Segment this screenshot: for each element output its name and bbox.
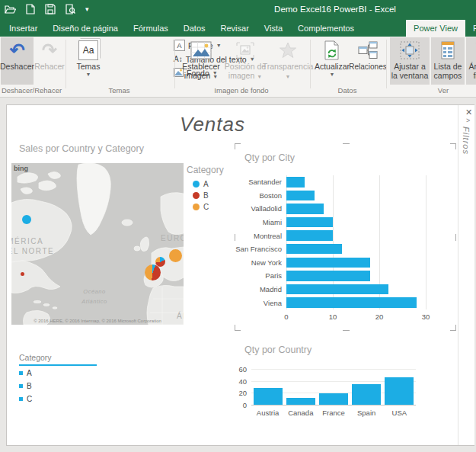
map-copyright: © 2016 HERE, © 2016 Intermap, © 2016 Mic… — [11, 319, 184, 323]
relationships-button[interactable]: Relaciones — [350, 37, 385, 85]
city-axis-label: Madrid — [235, 285, 282, 293]
city-bar-new-york[interactable] — [286, 258, 370, 268]
transparency-icon — [279, 39, 297, 62]
city-bar-row: Santander — [235, 175, 456, 189]
filters-panel: ✕ > Filtros — [458, 105, 474, 445]
undo-button[interactable]: ↶ Deshacer — [1, 37, 34, 85]
legend-item-b[interactable]: B — [187, 190, 224, 201]
city-bar-santander[interactable] — [286, 177, 305, 188]
category-cell: C — [27, 395, 32, 403]
category-bullet-icon — [19, 384, 23, 388]
category-bullet-icon — [19, 371, 23, 375]
category-row-c[interactable]: C — [19, 393, 103, 405]
map-bubble-canada[interactable] — [22, 215, 31, 224]
country-bar-canada[interactable] — [286, 398, 315, 405]
group-themes: Aa Temas ▼ A Fuente▼ A↕ Tamaño del texto… — [66, 37, 175, 96]
new-file-icon[interactable] — [26, 4, 35, 14]
bing-logo: bing — [14, 165, 28, 172]
field-list-button[interactable]: Lista de campos — [431, 37, 465, 85]
map-bubble-usa[interactable] — [21, 272, 24, 276]
legend-item-c[interactable]: C — [187, 201, 224, 213]
themes-button[interactable]: Aa Temas ▼ — [72, 37, 104, 85]
save-icon[interactable] — [45, 4, 56, 14]
ribbon-tab-complementos[interactable]: Complementos — [290, 20, 362, 37]
map-bubble-spain[interactable] — [145, 264, 161, 280]
window-title: Demo Excel16 PowerBI - Excel — [263, 5, 407, 14]
city-bar-valladolid[interactable] — [286, 204, 324, 214]
city-bar-san-francisco[interactable] — [286, 244, 342, 255]
filters-expand-chevron-icon[interactable]: > — [466, 117, 470, 124]
qat-customize-icon[interactable]: ▾ — [85, 3, 89, 15]
city-axis-label: Montreal — [235, 232, 282, 240]
selection-tick-icon — [343, 330, 350, 331]
fit-to-window-button[interactable]: Ajustar a la ventana — [390, 37, 430, 85]
qty-by-city-chart[interactable]: Qty por City SantanderBostonValladolidMi… — [235, 143, 456, 331]
refresh-icon — [324, 39, 340, 62]
field-list-icon — [441, 39, 455, 62]
excel-window: ▾ Demo Excel16 PowerBI - Excel InsertarD… — [0, 0, 476, 452]
city-bar-row: New York — [235, 256, 456, 270]
city-bar-row: Boston — [235, 189, 456, 203]
report-title[interactable]: Ventas — [7, 113, 418, 136]
country-bar-france[interactable] — [319, 393, 348, 405]
selection-corner-icon — [450, 143, 456, 149]
map-legend: Category ABC — [187, 165, 224, 213]
city-axis-label: Miami — [235, 218, 282, 226]
country-chart-title: Qty por Country — [244, 345, 311, 355]
city-bar-row: Valladolid — [235, 202, 456, 216]
open-file-icon[interactable] — [5, 5, 16, 14]
legend-color-dot — [193, 181, 200, 188]
city-axis-label: Valladolid — [235, 204, 282, 213]
legend-label: C — [203, 203, 209, 211]
map-visual-title: Sales por Country y Category — [19, 143, 144, 154]
city-bar-montreal[interactable] — [286, 230, 333, 241]
city-bar-row: Paris — [235, 269, 456, 283]
ribbon-tab-bar: InsertarDiseño de páginaFórmulasDatosRev… — [0, 20, 476, 37]
country-bar-usa[interactable] — [385, 377, 414, 405]
category-row-a[interactable]: A — [19, 367, 103, 379]
legend-title: Category — [187, 165, 224, 175]
map-visual[interactable]: bing AMÉRICA DEL NORTE EUROPA Océano Atl… — [11, 163, 184, 325]
country-bar-austria[interactable] — [254, 388, 283, 405]
selection-corner-icon — [235, 143, 241, 149]
city-bar-row: Montreal — [235, 229, 456, 242]
country-chart-x-axis: AustriaCanadaFranceSpainUSA — [251, 409, 416, 417]
city-bar-boston[interactable] — [286, 191, 315, 201]
country-axis-label: Austria — [251, 409, 284, 417]
qty-by-country-chart[interactable]: Qty por Country 0204060 AustriaCanadaFra… — [235, 338, 456, 438]
geo-label-europe: EUROPA — [161, 233, 184, 243]
country-axis-label: Spain — [350, 409, 383, 417]
city-bar-viena[interactable] — [286, 297, 417, 308]
city-bar-paris[interactable] — [286, 271, 370, 281]
ribbon-tab-datos[interactable]: Datos — [176, 20, 213, 37]
city-bar-madrid[interactable] — [286, 284, 388, 295]
print-preview-icon[interactable] — [65, 4, 75, 14]
refresh-button[interactable]: Actualizar ▼ — [314, 37, 350, 85]
ribbon-tab-diseño-de-página[interactable]: Diseño de página — [45, 20, 126, 37]
selection-corner-icon — [450, 325, 456, 331]
filters-area-button[interactable]: Área de filtros — [466, 37, 476, 85]
legend-item-a[interactable]: A — [187, 178, 224, 190]
redo-button: ↷ Rehacer — [34, 37, 65, 85]
category-table-header[interactable]: Category — [19, 353, 97, 366]
category-row-b[interactable]: B — [19, 380, 103, 392]
ribbon-tab-power-view[interactable]: Power View — [406, 20, 465, 37]
ribbon-tab-power-view[interactable]: Power View — [465, 20, 476, 37]
geo-label-north-america: AMÉRICA DEL NORTE — [11, 236, 60, 256]
ribbon-tab-fórmulas[interactable]: Fórmulas — [126, 20, 176, 37]
ribbon-tab-insertar[interactable]: Insertar — [2, 20, 45, 37]
selection-corner-icon — [235, 325, 241, 331]
filters-close-icon[interactable]: ✕ — [465, 108, 472, 116]
group-data: Actualizar ▼ Relaciones Datos — [311, 37, 387, 96]
map-bubble-austria[interactable] — [169, 249, 182, 262]
set-image-button[interactable]: Establecer imagen ▼ — [180, 37, 222, 85]
city-axis-label: Santander — [235, 178, 282, 186]
city-axis-label: New York — [235, 258, 282, 267]
ribbon-tab-revisar[interactable]: Revisar — [213, 20, 257, 37]
country-bar-spain[interactable] — [352, 384, 381, 405]
city-bar-miami[interactable] — [286, 217, 333, 228]
city-axis-label: San Francisco — [235, 245, 282, 253]
group-view: Ajustar a la ventana Lista de campos Áre… — [387, 37, 476, 96]
ribbon-tab-vista[interactable]: Vista — [257, 20, 290, 37]
filters-panel-label[interactable]: Filtros — [462, 127, 471, 155]
